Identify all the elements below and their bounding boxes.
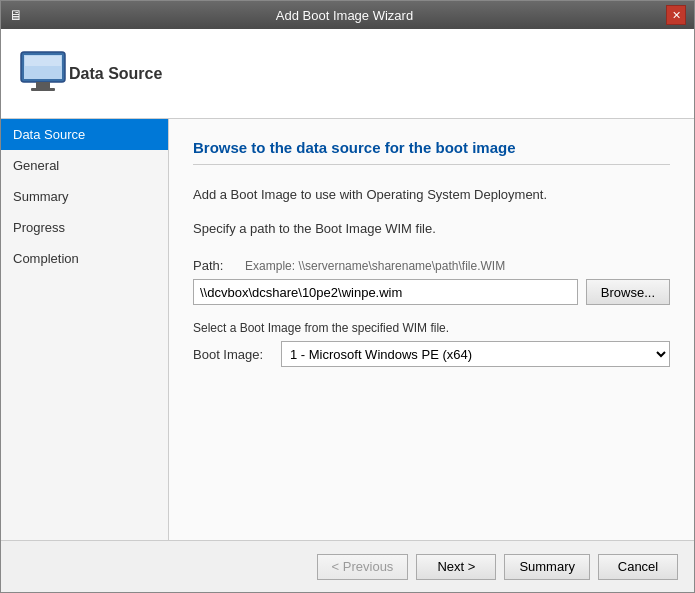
sidebar-item-progress[interactable]: Progress: [1, 212, 168, 243]
header-panel: Data Source: [1, 29, 694, 119]
sidebar: Data Source General Summary Progress Com…: [1, 119, 169, 540]
path-row: Browse...: [193, 279, 670, 305]
path-input[interactable]: [193, 279, 578, 305]
sidebar-item-general[interactable]: General: [1, 150, 168, 181]
browse-button[interactable]: Browse...: [586, 279, 670, 305]
footer: < Previous Next > Summary Cancel: [1, 540, 694, 592]
boot-image-section-label: Select a Boot Image from the specified W…: [193, 321, 670, 335]
boot-image-label: Boot Image:: [193, 347, 273, 362]
main-heading: Browse to the data source for the boot i…: [193, 139, 670, 165]
main-panel: Browse to the data source for the boot i…: [169, 119, 694, 540]
close-button[interactable]: ✕: [666, 5, 686, 25]
boot-image-row: Boot Image: 1 - Microsoft Windows PE (x6…: [193, 341, 670, 367]
sidebar-item-summary[interactable]: Summary: [1, 181, 168, 212]
svg-rect-2: [36, 82, 50, 88]
next-button[interactable]: Next >: [416, 554, 496, 580]
summary-button[interactable]: Summary: [504, 554, 590, 580]
wizard-window: 🖥 Add Boot Image Wizard ✕ Data Source Da…: [0, 0, 695, 593]
example-text: Example: \\servername\sharename\path\fil…: [245, 259, 505, 273]
sidebar-item-completion[interactable]: Completion: [1, 243, 168, 274]
computer-icon: [17, 48, 69, 100]
content-area: Data Source General Summary Progress Com…: [1, 119, 694, 540]
sidebar-item-datasource[interactable]: Data Source: [1, 119, 168, 150]
description-text-1: Add a Boot Image to use with Operating S…: [193, 185, 670, 205]
path-label: Path: Example: \\servername\sharename\pa…: [193, 258, 670, 273]
titlebar-title: Add Boot Image Wizard: [23, 8, 666, 23]
titlebar-icon: 🖥: [9, 7, 23, 23]
boot-image-select[interactable]: 1 - Microsoft Windows PE (x64): [281, 341, 670, 367]
cancel-button[interactable]: Cancel: [598, 554, 678, 580]
header-title: Data Source: [69, 65, 162, 83]
svg-rect-3: [31, 88, 55, 91]
titlebar: 🖥 Add Boot Image Wizard ✕: [1, 1, 694, 29]
description-text-2: Specify a path to the Boot Image WIM fil…: [193, 219, 670, 239]
previous-button[interactable]: < Previous: [317, 554, 409, 580]
form-section: Path: Example: \\servername\sharename\pa…: [193, 258, 670, 367]
svg-rect-4: [25, 56, 61, 66]
